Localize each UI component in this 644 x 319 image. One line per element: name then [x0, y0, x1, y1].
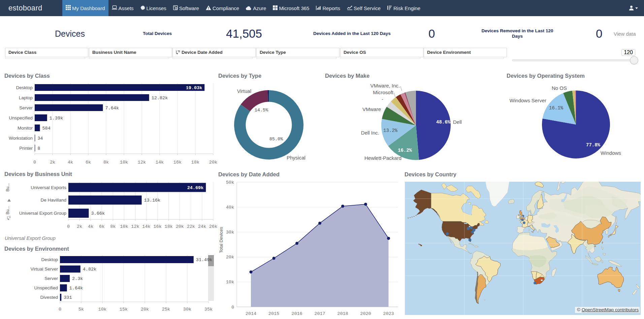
svg-text:10k: 10k: [120, 160, 128, 165]
svg-text:19.03k: 19.03k: [186, 85, 202, 91]
svg-text:85.0%: 85.0%: [269, 137, 283, 142]
svg-text:48.6%: 48.6%: [436, 119, 451, 125]
svg-text:Monitor: Monitor: [18, 126, 33, 131]
svg-text:2.3k: 2.3k: [72, 276, 83, 281]
svg-text:Dell Inc.: Dell Inc.: [361, 130, 379, 136]
svg-text:No OS: No OS: [552, 85, 567, 91]
svg-text:0: 0: [59, 307, 61, 312]
svg-text:35k: 35k: [204, 307, 213, 312]
svg-text:Devices by Business Unit: Devices by Business Unit: [4, 172, 72, 177]
svg-text:31.49k: 31.49k: [196, 257, 213, 262]
svg-text:0: 0: [67, 224, 70, 229]
svg-text:Microsoft: Microsoft: [373, 90, 394, 95]
svg-text:Windows Server: Windows Server: [510, 98, 546, 103]
svg-text:16k: 16k: [153, 224, 161, 229]
svg-text:26k: 26k: [209, 224, 217, 229]
svg-text:12k: 12k: [131, 224, 139, 229]
svg-text:Devices by Operating System: Devices by Operating System: [507, 73, 585, 79]
svg-text:10k: 10k: [98, 307, 106, 312]
svg-text:584: 584: [42, 126, 51, 131]
svg-text:Bu...: Bu...: [5, 183, 10, 192]
svg-text:Server: Server: [19, 105, 33, 110]
svg-text:Printer: Printer: [19, 146, 33, 151]
svg-text:8k: 8k: [110, 224, 116, 229]
svg-text:Windows: Windows: [601, 150, 621, 156]
svg-text:20k: 20k: [226, 255, 234, 260]
svg-text:15k: 15k: [120, 307, 128, 312]
svg-text:18k: 18k: [191, 160, 199, 165]
svg-text:2018: 2018: [337, 311, 348, 316]
svg-text:Devices by Make: Devices by Make: [325, 73, 369, 79]
svg-text:6k: 6k: [99, 224, 104, 229]
svg-text:2014: 2014: [246, 311, 256, 316]
svg-text:2017: 2017: [314, 311, 325, 316]
svg-text:34: 34: [37, 136, 43, 141]
svg-text:Physical: Physical: [287, 155, 305, 161]
svg-text:6k: 6k: [86, 160, 91, 165]
svg-text:20k: 20k: [141, 307, 149, 312]
svg-text:16.1%: 16.1%: [549, 105, 564, 111]
svg-text:10k: 10k: [120, 224, 128, 229]
svg-text:16.2%: 16.2%: [398, 148, 412, 153]
svg-text:Unspecified: Unspecified: [9, 115, 33, 120]
svg-text:8k: 8k: [103, 160, 109, 165]
svg-text:Virtual Server: Virtual Server: [30, 267, 58, 272]
svg-text:22k: 22k: [187, 224, 195, 229]
svg-text:Devices by Type: Devices by Type: [218, 73, 261, 79]
svg-text:Workstation: Workstation: [9, 136, 33, 141]
svg-text:Dell: Dell: [453, 119, 462, 125]
svg-text:Server: Server: [44, 276, 58, 281]
svg-text:10k: 10k: [226, 280, 234, 285]
svg-text:3.66k: 3.66k: [91, 211, 105, 216]
svg-text:-: -: [382, 96, 383, 102]
svg-text:Divested: Divested: [40, 295, 58, 300]
svg-text:25k: 25k: [162, 307, 170, 312]
svg-text:331: 331: [64, 295, 72, 300]
svg-text:© OpenStreetMap contributors: © OpenStreetMap contributors: [577, 307, 639, 312]
svg-text:50k: 50k: [226, 180, 234, 185]
svg-text:Universal Export Group: Universal Export Group: [19, 211, 66, 216]
svg-text:14.5%: 14.5%: [255, 108, 268, 113]
svg-text:12.82k: 12.82k: [152, 96, 168, 101]
svg-text:20k: 20k: [176, 224, 184, 229]
svg-text:De Havilland: De Havilland: [40, 198, 66, 203]
svg-text:Total Devices: Total Devices: [219, 227, 224, 253]
svg-text:Desktop: Desktop: [16, 85, 33, 90]
svg-text:13.2%: 13.2%: [383, 128, 398, 133]
svg-text:5k: 5k: [78, 307, 84, 312]
svg-text:8: 8: [37, 146, 40, 151]
svg-text:1.64k: 1.64k: [69, 286, 83, 291]
svg-text:14k: 14k: [142, 224, 150, 229]
svg-text:Virtual: Virtual: [237, 88, 251, 94]
svg-text:Hewlett-Packard: Hewlett-Packard: [364, 155, 401, 161]
svg-text:2020: 2020: [360, 311, 371, 316]
svg-text:14k: 14k: [156, 160, 164, 165]
svg-text:40k: 40k: [226, 205, 234, 210]
svg-text:4k: 4k: [68, 160, 73, 165]
svg-text:Devices by Environment: Devices by Environment: [4, 246, 69, 252]
svg-text:Laptop: Laptop: [19, 95, 33, 100]
svg-text:0: 0: [33, 160, 36, 165]
svg-text:Devices by Date Added: Devices by Date Added: [218, 172, 280, 177]
svg-text:2023: 2023: [383, 311, 394, 316]
svg-text:4.82k: 4.82k: [83, 267, 97, 272]
svg-text:77.8%: 77.8%: [586, 142, 601, 148]
svg-text:16k: 16k: [173, 160, 182, 165]
svg-text:VMware, Inc.: VMware, Inc.: [370, 83, 400, 88]
svg-text:2016: 2016: [291, 311, 302, 316]
svg-text:24.69k: 24.69k: [187, 185, 204, 190]
svg-text:2k: 2k: [50, 160, 55, 165]
svg-text:24k: 24k: [198, 224, 206, 229]
svg-text:Desktop: Desktop: [41, 257, 58, 262]
svg-text:2015: 2015: [268, 311, 279, 316]
svg-text:Universal Exports: Universal Exports: [31, 185, 66, 190]
svg-text:Devices by Class: Devices by Class: [4, 73, 50, 79]
svg-text:4k: 4k: [88, 224, 93, 229]
svg-text:20k: 20k: [209, 160, 217, 165]
svg-text:Bu...: Bu...: [5, 206, 10, 215]
svg-text:12k: 12k: [138, 160, 146, 165]
svg-text:0: 0: [231, 305, 234, 310]
svg-text:2k: 2k: [77, 224, 82, 229]
svg-text:30k: 30k: [183, 307, 191, 312]
svg-text:13.16k: 13.16k: [144, 198, 161, 203]
